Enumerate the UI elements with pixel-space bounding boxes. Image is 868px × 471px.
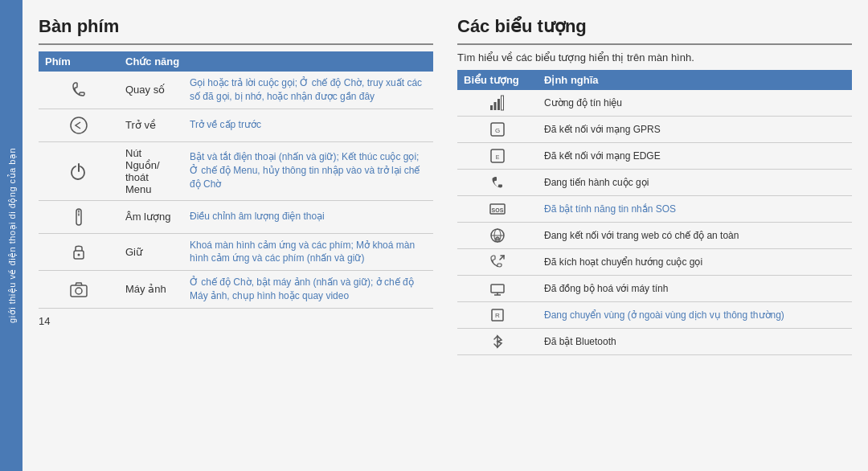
svg-point-5 [78, 254, 80, 256]
svg-rect-9 [494, 102, 497, 110]
lock-icon [68, 240, 90, 263]
page-number: 14 [39, 315, 433, 327]
table-row: Giữ Khoá màn hình cảm ứng và các phím; M… [39, 233, 433, 271]
table-row: Đã đồng bộ hoá với máy tính [457, 276, 852, 302]
table-row: Cường độ tín hiệu [457, 90, 852, 117]
right-panel: Các biểu tượng Tìm hiểu về các biểu tượn… [457, 16, 852, 463]
svg-point-0 [71, 117, 87, 133]
table-row: GĐã kết nối với mạng GPRS [457, 117, 852, 143]
col-header-function: Chức năng [119, 51, 433, 72]
col-header-icon: Biểu tượng [457, 70, 538, 90]
key-icon-cell [39, 200, 119, 233]
table-row: Nút Nguồn/ thoát Menu Bật và tắt điện th… [39, 141, 433, 200]
svg-rect-10 [497, 99, 500, 110]
main-content: Bàn phím Phím Chức năng [23, 0, 868, 471]
svg-text:SOS: SOS [492, 207, 504, 213]
symbol-desc-text: Đang kết nối với trang web có chế độ an … [538, 223, 852, 249]
table-row: RĐang chuyển vùng (ở ngoài vùng dịch vụ … [457, 302, 852, 329]
table-row: Đang tiến hành cuộc gọi [457, 170, 852, 196]
col-header-definition: Định nghĩa [538, 70, 852, 90]
right-section-subtitle: Tìm hiểu về các biểu tượng hiển thị trên… [457, 51, 852, 63]
key-icon-cell [39, 72, 119, 109]
key-desc-cell: Bật và tắt điện thoại (nhấn và giữ); Kết… [183, 141, 433, 200]
key-desc-cell: Trở về cấp trước [183, 109, 433, 141]
back-icon [68, 114, 90, 137]
symbol-icon-cell [457, 223, 538, 249]
table-row: Trở về Trở về cấp trước [39, 109, 433, 141]
col-header-key: Phím [39, 51, 119, 72]
sidebar-label: giới thiệu về điện thoại di động của bạn [6, 148, 17, 323]
table-row: Quay số Gọi hoặc trả lời cuộc gọi; Ở chế… [39, 72, 433, 109]
table-row: EĐã kết nối với mạng EDGE [457, 143, 852, 170]
symbol-icon-cell [457, 249, 538, 276]
symbol-desc-text: Đã đồng bộ hoá với máy tính [538, 276, 852, 302]
symbol-desc-text: Đã bật tính năng tin nhắn SOS [544, 203, 676, 215]
key-name-cell: Âm lượng [119, 200, 183, 233]
key-desc-cell: Ở chế độ Chờ, bật máy ảnh (nhấn và giữ);… [183, 271, 433, 309]
svg-text:E: E [496, 154, 500, 160]
key-icon-cell [39, 109, 119, 141]
svg-rect-21 [491, 285, 504, 293]
icons-table: Biểu tượng Định nghĩa Cường độ tín hiệuG… [457, 70, 852, 355]
table-row: Đang kết nối với trang web có chế độ an … [457, 223, 852, 249]
symbol-desc-cell: Đang chuyển vùng (ở ngoài vùng dịch vụ t… [538, 302, 852, 329]
left-divider [39, 43, 433, 45]
symbol-desc-text: Đã kết nối với mạng EDGE [538, 143, 852, 170]
key-name-cell: Trở về [119, 109, 183, 141]
key-icon-cell [39, 141, 119, 200]
key-icon-cell [39, 233, 119, 271]
key-name-cell: Quay số [119, 72, 183, 109]
table-row: Đã bật Bluetooth [457, 329, 852, 355]
svg-text:R: R [495, 312, 500, 319]
right-section-title: Các biểu tượng [457, 16, 852, 37]
symbol-desc-text: Đang chuyển vùng (ở ngoài vùng dịch vụ t… [544, 309, 784, 321]
svg-rect-6 [71, 285, 87, 297]
key-name-cell: Máy ảnh [119, 271, 183, 309]
symbol-icon-cell: G [457, 117, 538, 143]
key-desc-cell: Gọi hoặc trả lời cuộc gọi; Ở chế độ Chờ,… [183, 72, 433, 109]
power-icon [68, 160, 90, 182]
symbol-icon-cell [457, 329, 538, 355]
table-row: SOSĐã bật tính năng tin nhắn SOS [457, 196, 852, 223]
symbol-icon-cell: SOS [457, 196, 538, 223]
key-name-cell: Nút Nguồn/ thoát Menu [119, 141, 183, 200]
symbol-desc-text: Đã kết nối với mạng GPRS [538, 117, 852, 143]
left-section-title: Bàn phím [39, 16, 433, 37]
svg-point-7 [76, 288, 82, 294]
symbol-icon-cell [457, 90, 538, 117]
table-row: Máy ảnh Ở chế độ Chờ, bật máy ảnh (nhấn … [39, 271, 433, 309]
symbol-desc-text: Cường độ tín hiệu [538, 90, 852, 117]
key-name-cell: Giữ [119, 233, 183, 271]
dial-icon [68, 79, 90, 101]
sidebar: giới thiệu về điện thoại di động của bạn [0, 0, 23, 471]
key-desc-cell: Điều chỉnh âm lượng điện thoại [183, 200, 433, 233]
symbol-desc-cell: Đã bật tính năng tin nhắn SOS [538, 196, 852, 223]
table-row: Đã kích hoạt chuyển hướng cuộc gọi [457, 249, 852, 276]
camera-icon [68, 278, 90, 301]
volume-icon [68, 206, 90, 228]
svg-rect-11 [502, 96, 504, 110]
symbol-icon-cell: R [457, 302, 538, 329]
key-desc-cell: Khoá màn hình cảm ứng và các phím; Mở kh… [183, 233, 433, 271]
right-divider [457, 43, 852, 45]
svg-rect-8 [490, 105, 493, 110]
left-panel: Bàn phím Phím Chức năng [39, 16, 433, 463]
table-row: Âm lượng Điều chỉnh âm lượng điện thoại [39, 200, 433, 233]
symbol-icon-cell [457, 170, 538, 196]
symbol-desc-text: Đang tiến hành cuộc gọi [538, 170, 852, 196]
symbol-desc-text: Đã kích hoạt chuyển hướng cuộc gọi [538, 249, 852, 276]
symbol-desc-text: Đã bật Bluetooth [538, 329, 852, 355]
svg-text:G: G [495, 127, 500, 134]
keyboard-table: Phím Chức năng Quay số Gọi hoặc tr [39, 51, 433, 309]
symbol-icon-cell: E [457, 143, 538, 170]
key-icon-cell [39, 271, 119, 309]
symbol-icon-cell [457, 276, 538, 302]
